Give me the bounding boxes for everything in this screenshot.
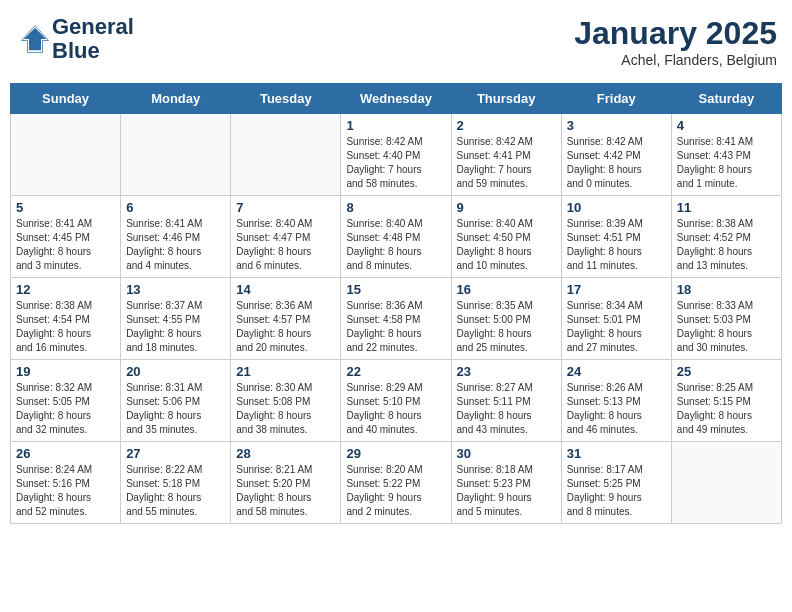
day-info: Sunrise: 8:40 AM Sunset: 4:50 PM Dayligh… — [457, 217, 556, 273]
day-info: Sunrise: 8:41 AM Sunset: 4:46 PM Dayligh… — [126, 217, 225, 273]
calendar-cell: 12Sunrise: 8:38 AM Sunset: 4:54 PM Dayli… — [11, 278, 121, 360]
day-number: 26 — [16, 446, 115, 461]
calendar-cell: 13Sunrise: 8:37 AM Sunset: 4:55 PM Dayli… — [121, 278, 231, 360]
day-info: Sunrise: 8:42 AM Sunset: 4:42 PM Dayligh… — [567, 135, 666, 191]
location-subtitle: Achel, Flanders, Belgium — [574, 52, 777, 68]
page-header: GeneralBlue January 2025 Achel, Flanders… — [10, 10, 782, 73]
day-info: Sunrise: 8:26 AM Sunset: 5:13 PM Dayligh… — [567, 381, 666, 437]
weekday-header-friday: Friday — [561, 84, 671, 114]
day-number: 1 — [346, 118, 445, 133]
calendar-cell: 5Sunrise: 8:41 AM Sunset: 4:45 PM Daylig… — [11, 196, 121, 278]
calendar-cell: 17Sunrise: 8:34 AM Sunset: 5:01 PM Dayli… — [561, 278, 671, 360]
calendar-cell: 31Sunrise: 8:17 AM Sunset: 5:25 PM Dayli… — [561, 442, 671, 524]
day-info: Sunrise: 8:42 AM Sunset: 4:41 PM Dayligh… — [457, 135, 556, 191]
calendar-week-5: 26Sunrise: 8:24 AM Sunset: 5:16 PM Dayli… — [11, 442, 782, 524]
calendar-cell: 2Sunrise: 8:42 AM Sunset: 4:41 PM Daylig… — [451, 114, 561, 196]
day-number: 4 — [677, 118, 776, 133]
day-number: 11 — [677, 200, 776, 215]
day-info: Sunrise: 8:34 AM Sunset: 5:01 PM Dayligh… — [567, 299, 666, 355]
day-number: 25 — [677, 364, 776, 379]
day-info: Sunrise: 8:41 AM Sunset: 4:43 PM Dayligh… — [677, 135, 776, 191]
day-info: Sunrise: 8:33 AM Sunset: 5:03 PM Dayligh… — [677, 299, 776, 355]
calendar-cell: 3Sunrise: 8:42 AM Sunset: 4:42 PM Daylig… — [561, 114, 671, 196]
day-number: 8 — [346, 200, 445, 215]
day-info: Sunrise: 8:31 AM Sunset: 5:06 PM Dayligh… — [126, 381, 225, 437]
day-number: 29 — [346, 446, 445, 461]
day-info: Sunrise: 8:38 AM Sunset: 4:54 PM Dayligh… — [16, 299, 115, 355]
day-number: 13 — [126, 282, 225, 297]
weekday-header-row: SundayMondayTuesdayWednesdayThursdayFrid… — [11, 84, 782, 114]
calendar-cell: 19Sunrise: 8:32 AM Sunset: 5:05 PM Dayli… — [11, 360, 121, 442]
day-number: 27 — [126, 446, 225, 461]
logo-icon — [20, 24, 50, 54]
calendar-cell: 30Sunrise: 8:18 AM Sunset: 5:23 PM Dayli… — [451, 442, 561, 524]
weekday-header-wednesday: Wednesday — [341, 84, 451, 114]
calendar-cell — [671, 442, 781, 524]
day-number: 14 — [236, 282, 335, 297]
day-info: Sunrise: 8:42 AM Sunset: 4:40 PM Dayligh… — [346, 135, 445, 191]
calendar-cell: 8Sunrise: 8:40 AM Sunset: 4:48 PM Daylig… — [341, 196, 451, 278]
calendar-cell: 29Sunrise: 8:20 AM Sunset: 5:22 PM Dayli… — [341, 442, 451, 524]
day-number: 21 — [236, 364, 335, 379]
weekday-header-tuesday: Tuesday — [231, 84, 341, 114]
title-block: January 2025 Achel, Flanders, Belgium — [574, 15, 777, 68]
calendar-week-1: 1Sunrise: 8:42 AM Sunset: 4:40 PM Daylig… — [11, 114, 782, 196]
weekday-header-thursday: Thursday — [451, 84, 561, 114]
day-number: 28 — [236, 446, 335, 461]
day-number: 19 — [16, 364, 115, 379]
day-info: Sunrise: 8:38 AM Sunset: 4:52 PM Dayligh… — [677, 217, 776, 273]
calendar-cell: 4Sunrise: 8:41 AM Sunset: 4:43 PM Daylig… — [671, 114, 781, 196]
day-number: 12 — [16, 282, 115, 297]
calendar-cell: 27Sunrise: 8:22 AM Sunset: 5:18 PM Dayli… — [121, 442, 231, 524]
day-number: 9 — [457, 200, 556, 215]
day-info: Sunrise: 8:41 AM Sunset: 4:45 PM Dayligh… — [16, 217, 115, 273]
calendar-cell: 10Sunrise: 8:39 AM Sunset: 4:51 PM Dayli… — [561, 196, 671, 278]
calendar-cell: 24Sunrise: 8:26 AM Sunset: 5:13 PM Dayli… — [561, 360, 671, 442]
day-info: Sunrise: 8:36 AM Sunset: 4:58 PM Dayligh… — [346, 299, 445, 355]
day-number: 20 — [126, 364, 225, 379]
calendar-cell: 14Sunrise: 8:36 AM Sunset: 4:57 PM Dayli… — [231, 278, 341, 360]
logo: GeneralBlue — [20, 15, 134, 63]
weekday-header-monday: Monday — [121, 84, 231, 114]
day-number: 24 — [567, 364, 666, 379]
calendar-cell: 18Sunrise: 8:33 AM Sunset: 5:03 PM Dayli… — [671, 278, 781, 360]
day-number: 18 — [677, 282, 776, 297]
calendar-cell: 21Sunrise: 8:30 AM Sunset: 5:08 PM Dayli… — [231, 360, 341, 442]
calendar-week-2: 5Sunrise: 8:41 AM Sunset: 4:45 PM Daylig… — [11, 196, 782, 278]
calendar-cell: 15Sunrise: 8:36 AM Sunset: 4:58 PM Dayli… — [341, 278, 451, 360]
calendar-cell: 7Sunrise: 8:40 AM Sunset: 4:47 PM Daylig… — [231, 196, 341, 278]
day-number: 30 — [457, 446, 556, 461]
calendar-cell: 20Sunrise: 8:31 AM Sunset: 5:06 PM Dayli… — [121, 360, 231, 442]
day-info: Sunrise: 8:35 AM Sunset: 5:00 PM Dayligh… — [457, 299, 556, 355]
weekday-header-saturday: Saturday — [671, 84, 781, 114]
day-info: Sunrise: 8:32 AM Sunset: 5:05 PM Dayligh… — [16, 381, 115, 437]
day-number: 7 — [236, 200, 335, 215]
calendar-cell: 16Sunrise: 8:35 AM Sunset: 5:00 PM Dayli… — [451, 278, 561, 360]
day-info: Sunrise: 8:36 AM Sunset: 4:57 PM Dayligh… — [236, 299, 335, 355]
day-number: 17 — [567, 282, 666, 297]
calendar-cell: 28Sunrise: 8:21 AM Sunset: 5:20 PM Dayli… — [231, 442, 341, 524]
calendar-cell: 23Sunrise: 8:27 AM Sunset: 5:11 PM Dayli… — [451, 360, 561, 442]
calendar-cell — [11, 114, 121, 196]
calendar-cell: 22Sunrise: 8:29 AM Sunset: 5:10 PM Dayli… — [341, 360, 451, 442]
day-info: Sunrise: 8:20 AM Sunset: 5:22 PM Dayligh… — [346, 463, 445, 519]
calendar-cell — [121, 114, 231, 196]
day-number: 3 — [567, 118, 666, 133]
calendar-week-4: 19Sunrise: 8:32 AM Sunset: 5:05 PM Dayli… — [11, 360, 782, 442]
calendar-cell: 26Sunrise: 8:24 AM Sunset: 5:16 PM Dayli… — [11, 442, 121, 524]
day-info: Sunrise: 8:40 AM Sunset: 4:48 PM Dayligh… — [346, 217, 445, 273]
calendar-cell: 6Sunrise: 8:41 AM Sunset: 4:46 PM Daylig… — [121, 196, 231, 278]
day-number: 2 — [457, 118, 556, 133]
day-number: 16 — [457, 282, 556, 297]
logo-text: GeneralBlue — [52, 15, 134, 63]
day-info: Sunrise: 8:25 AM Sunset: 5:15 PM Dayligh… — [677, 381, 776, 437]
day-number: 31 — [567, 446, 666, 461]
day-info: Sunrise: 8:18 AM Sunset: 5:23 PM Dayligh… — [457, 463, 556, 519]
day-number: 22 — [346, 364, 445, 379]
calendar-cell: 11Sunrise: 8:38 AM Sunset: 4:52 PM Dayli… — [671, 196, 781, 278]
calendar-table: SundayMondayTuesdayWednesdayThursdayFrid… — [10, 83, 782, 524]
calendar-week-3: 12Sunrise: 8:38 AM Sunset: 4:54 PM Dayli… — [11, 278, 782, 360]
calendar-cell: 1Sunrise: 8:42 AM Sunset: 4:40 PM Daylig… — [341, 114, 451, 196]
day-info: Sunrise: 8:17 AM Sunset: 5:25 PM Dayligh… — [567, 463, 666, 519]
day-info: Sunrise: 8:30 AM Sunset: 5:08 PM Dayligh… — [236, 381, 335, 437]
